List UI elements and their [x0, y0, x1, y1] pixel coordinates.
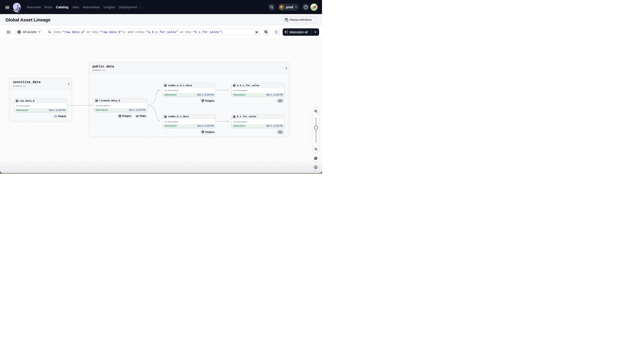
svg-text:CSV: CSV — [279, 131, 282, 133]
svg-text:CSV: CSV — [279, 100, 282, 102]
